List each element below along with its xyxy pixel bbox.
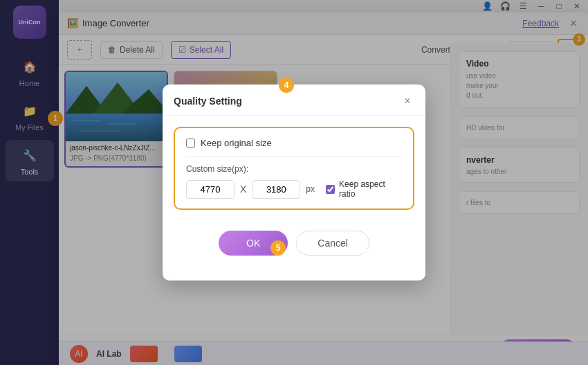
- px-label: px: [306, 184, 315, 194]
- height-input[interactable]: [252, 180, 300, 199]
- dialog-body: Keep original size Custom size(px): X px…: [163, 116, 425, 281]
- dialog-title-bar: Quality Setting ×: [163, 84, 425, 116]
- step-badge-4: 4: [279, 78, 294, 93]
- step-badge-5: 5: [270, 240, 286, 256]
- modal-overlay: Quality Setting × Keep original size Cus…: [0, 0, 588, 365]
- dialog-close-button[interactable]: ×: [401, 94, 414, 108]
- quality-setting-dialog: Quality Setting × Keep original size Cus…: [163, 84, 425, 281]
- keep-aspect-checkbox[interactable]: [326, 185, 335, 194]
- keep-aspect-label: Keep aspect ratio: [339, 179, 402, 199]
- size-x-label: X: [240, 184, 246, 195]
- custom-size-label: Custom size(px):: [186, 164, 402, 174]
- dialog-footer: OK Cancel: [174, 224, 414, 269]
- width-input[interactable]: [186, 180, 235, 199]
- dialog-title: Quality Setting: [174, 96, 242, 107]
- size-inputs-row: X px Keep aspect ratio: [186, 179, 402, 199]
- divider: [186, 157, 402, 157]
- keep-original-checkbox[interactable]: [186, 139, 195, 148]
- keep-original-row: Keep original size: [186, 138, 402, 148]
- quality-options-box: Keep original size Custom size(px): X px…: [174, 127, 414, 210]
- aspect-ratio-row: Keep aspect ratio: [326, 179, 402, 199]
- dialog-cancel-button[interactable]: Cancel: [296, 231, 369, 256]
- keep-original-label: Keep original size: [201, 138, 272, 148]
